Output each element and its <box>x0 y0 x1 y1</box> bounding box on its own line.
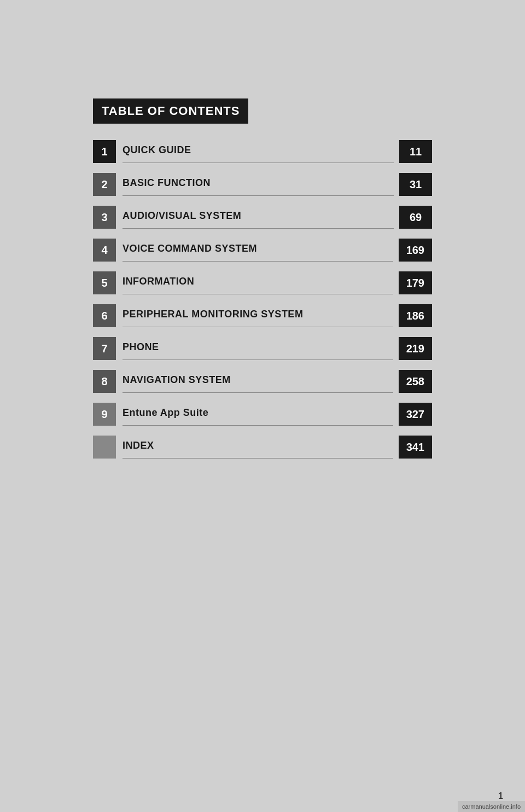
chapter-number: 8 <box>93 370 116 393</box>
chapter-label-area: PERIPHERAL MONITORING SYSTEM <box>122 304 393 327</box>
chapter-number: 5 <box>93 271 116 294</box>
chapter-number: 1 <box>93 140 116 163</box>
chapter-label-area: NAVIGATION SYSTEM <box>122 370 393 393</box>
page-container: TABLE OF CONTENTS 1QUICK GUIDE112BASIC F… <box>0 0 525 812</box>
toc-header: TABLE OF CONTENTS <box>93 98 248 124</box>
chapter-page: 327 <box>399 403 432 426</box>
chapter-number: 9 <box>93 403 116 426</box>
chapter-title: VOICE COMMAND SYSTEM <box>122 243 393 254</box>
chapter-title: PERIPHERAL MONITORING SYSTEM <box>122 309 393 320</box>
chapter-page: 186 <box>399 304 432 327</box>
chapter-title: INFORMATION <box>122 276 393 287</box>
chapter-label-area: BASIC FUNCTION <box>122 173 394 196</box>
toc-item: 9Entune App Suite327 <box>93 403 432 426</box>
chapter-title: BASIC FUNCTION <box>122 177 394 189</box>
page-number-footer: 1 <box>498 791 503 801</box>
toc-item: INDEX341 <box>93 436 432 459</box>
chapter-label-area: INDEX <box>122 436 393 459</box>
chapter-page: 31 <box>399 173 432 196</box>
chapter-page: 11 <box>399 140 432 163</box>
chapter-title: INDEX <box>122 440 393 451</box>
toc-item: 3AUDIO/VISUAL SYSTEM69 <box>93 206 432 229</box>
chapter-label-area: AUDIO/VISUAL SYSTEM <box>122 206 394 229</box>
toc-item: 6PERIPHERAL MONITORING SYSTEM186 <box>93 304 432 327</box>
chapter-label-area: INFORMATION <box>122 271 393 294</box>
chapter-page: 69 <box>399 206 432 229</box>
chapter-title: PHONE <box>122 341 393 353</box>
content-area: TABLE OF CONTENTS 1QUICK GUIDE112BASIC F… <box>93 98 432 468</box>
chapter-title: Entune App Suite <box>122 407 393 419</box>
chapter-page: 341 <box>399 436 432 459</box>
watermark-text: carmanualsonline.info <box>458 801 525 812</box>
chapter-label-area: VOICE COMMAND SYSTEM <box>122 239 393 262</box>
toc-item: 4VOICE COMMAND SYSTEM169 <box>93 239 432 262</box>
chapter-label-area: PHONE <box>122 337 393 360</box>
chapter-number: 4 <box>93 239 116 262</box>
chapter-number: 3 <box>93 206 116 229</box>
toc-item: 7PHONE219 <box>93 337 432 360</box>
toc-item: 5INFORMATION179 <box>93 271 432 294</box>
chapter-title: NAVIGATION SYSTEM <box>122 374 393 386</box>
toc-item: 1QUICK GUIDE11 <box>93 140 432 163</box>
chapter-title: AUDIO/VISUAL SYSTEM <box>122 210 394 222</box>
chapter-label-area: QUICK GUIDE <box>122 140 394 163</box>
chapter-number: 7 <box>93 337 116 360</box>
chapter-number: 2 <box>93 173 116 196</box>
chapter-number: 6 <box>93 304 116 327</box>
chapter-page: 219 <box>399 337 432 360</box>
chapter-page: 179 <box>399 271 432 294</box>
chapter-number <box>93 436 116 459</box>
chapter-page: 258 <box>399 370 432 393</box>
chapter-label-area: Entune App Suite <box>122 403 393 426</box>
toc-item: 2BASIC FUNCTION31 <box>93 173 432 196</box>
chapter-page: 169 <box>399 239 432 262</box>
chapter-title: QUICK GUIDE <box>122 144 394 156</box>
toc-item: 8NAVIGATION SYSTEM258 <box>93 370 432 393</box>
